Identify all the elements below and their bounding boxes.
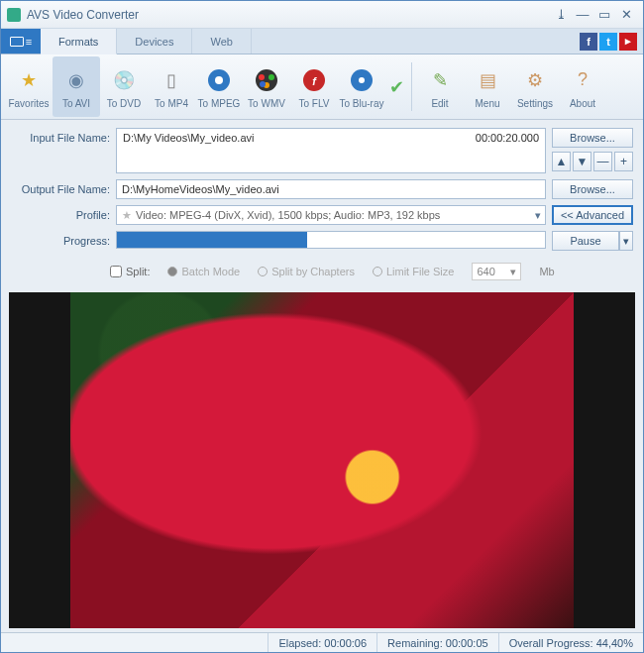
bluray-icon — [347, 65, 376, 95]
output-file-input[interactable] — [116, 179, 546, 199]
favorites-button[interactable]: ★Favorites — [5, 56, 53, 117]
input-file-path: D:\My Videos\My_video.avi — [123, 132, 254, 144]
app-title: AVS Video Converter — [27, 8, 550, 22]
overall-value: 44,40% — [596, 637, 633, 649]
remaining-value: 00:00:05 — [446, 637, 488, 649]
pause-dropdown[interactable]: ▾ — [619, 231, 633, 251]
to-wmv-button[interactable]: To WMV — [243, 56, 290, 117]
browse-output-button[interactable]: Browse... — [552, 179, 633, 199]
star-icon: ★ — [14, 65, 44, 95]
profile-text: Video: MPEG-4 (DivX, Xvid), 1500 kbps; A… — [136, 209, 440, 221]
youtube-icon[interactable]: ▸ — [619, 33, 637, 51]
size-unit: Mb — [539, 266, 554, 277]
ipod-icon: ▯ — [157, 65, 186, 95]
status-bar: Elapsed: 00:00:06 Remaining: 00:00:05 Ov… — [1, 632, 643, 652]
tab-web[interactable]: Web — [192, 29, 251, 54]
elapsed-label: Elapsed: — [278, 637, 321, 649]
edit-icon: ✎ — [425, 65, 455, 95]
facebook-icon[interactable]: f — [580, 33, 597, 51]
batch-mode-radio[interactable]: Batch Mode — [167, 266, 240, 277]
close-button[interactable]: ✕ — [615, 7, 637, 22]
help-icon: ? — [568, 65, 597, 95]
favorite-star-icon: ★ — [122, 209, 132, 222]
to-bluray-button[interactable]: To Blu-ray — [338, 56, 385, 117]
toolbar: ★Favorites ◉To AVI 💿To DVD ▯To MP4 To MP… — [1, 54, 643, 120]
move-up-button[interactable]: ▲ — [552, 152, 571, 171]
wmv-icon — [252, 65, 281, 95]
svg-point-1 — [215, 76, 223, 84]
input-file-duration: 00:00:20.000 — [476, 132, 539, 144]
file-size-select[interactable]: 640▾ — [472, 263, 521, 280]
settings-button[interactable]: ⚙Settings — [511, 56, 559, 117]
to-dvd-button[interactable]: 💿To DVD — [100, 56, 148, 117]
app-icon — [7, 8, 21, 22]
svg-point-4 — [268, 74, 274, 80]
mpeg-icon — [204, 65, 234, 95]
progress-label: Progress: — [11, 231, 110, 247]
split-options: Split: Batch Mode Split by Chapters Limi… — [11, 257, 633, 286]
input-label: Input File Name: — [11, 128, 110, 144]
edit-button[interactable]: ✎Edit — [416, 56, 464, 117]
gear-icon: ⚙ — [520, 65, 550, 95]
tab-bar: ≡ Formats Devices Web f t ▸ — [1, 29, 643, 54]
video-preview — [9, 292, 635, 628]
limit-size-radio[interactable]: Limit File Size — [373, 266, 454, 277]
menu-icon: ▤ — [473, 65, 502, 95]
tab-devices[interactable]: Devices — [117, 29, 192, 54]
overall-label: Overall Progress: — [509, 637, 593, 649]
film-reel-icon: ◉ — [61, 65, 91, 95]
to-mp4-button[interactable]: ▯To MP4 — [148, 56, 195, 117]
svg-point-10 — [359, 77, 365, 83]
split-chapters-radio[interactable]: Split by Chapters — [258, 266, 355, 277]
chevron-down-icon: ▾ — [535, 209, 541, 222]
svg-point-3 — [259, 74, 265, 80]
form-area: Input File Name: D:\My Videos\My_video.a… — [1, 120, 643, 292]
chevron-down-icon: ▾ — [510, 266, 516, 278]
menu-button[interactable]: ▤Menu — [464, 56, 511, 117]
about-button[interactable]: ?About — [559, 56, 606, 117]
check-icon: ✔ — [381, 72, 411, 102]
advanced-button[interactable]: << Advanced — [552, 205, 633, 225]
to-flv-button[interactable]: fTo FLV — [290, 56, 338, 117]
maximize-button[interactable]: ▭ — [593, 7, 615, 22]
remaining-label: Remaining: — [387, 637, 443, 649]
more-formats-button[interactable]: ✔ — [385, 56, 407, 117]
app-window: AVS Video Converter ⤓ — ▭ ✕ ≡ Formats De… — [0, 0, 644, 653]
output-label: Output File Name: — [11, 179, 110, 195]
titlebar: AVS Video Converter ⤓ — ▭ ✕ — [1, 1, 643, 29]
to-mpeg-button[interactable]: To MPEG — [195, 56, 243, 117]
twitter-icon[interactable]: t — [599, 33, 617, 51]
profile-select[interactable]: ★ Video: MPEG-4 (DivX, Xvid), 1500 kbps;… — [116, 205, 546, 225]
elapsed-value: 00:00:06 — [324, 637, 367, 649]
input-file-list[interactable]: D:\My Videos\My_video.avi00:00:20.000 — [116, 128, 546, 173]
preview-frame — [70, 292, 574, 628]
remove-button[interactable]: — — [593, 152, 612, 171]
dvd-icon: 💿 — [109, 65, 139, 95]
pin-button[interactable]: ⤓ — [550, 7, 572, 22]
move-down-button[interactable]: ▼ — [573, 152, 591, 171]
profile-label: Profile: — [11, 205, 110, 221]
to-avi-button[interactable]: ◉To AVI — [53, 56, 100, 117]
view-mode-button[interactable]: ≡ — [1, 29, 41, 54]
split-checkbox[interactable]: Split: — [110, 266, 150, 277]
pause-button[interactable]: Pause — [552, 231, 619, 251]
svg-point-6 — [260, 81, 266, 87]
conversion-progress — [116, 231, 546, 249]
tab-formats[interactable]: Formats — [41, 29, 117, 54]
add-button[interactable]: + — [614, 152, 633, 171]
flash-icon: f — [299, 65, 329, 95]
minimize-button[interactable]: — — [572, 7, 593, 22]
browse-input-button[interactable]: Browse... — [552, 128, 633, 148]
